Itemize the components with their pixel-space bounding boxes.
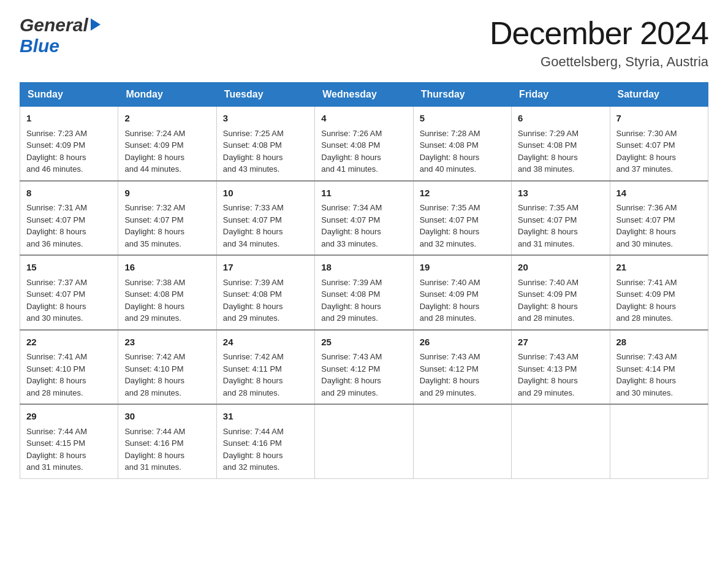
day-info: Sunrise: 7:40 AM Sunset: 4:09 PM Dayligh…	[518, 278, 578, 323]
column-header-monday: Monday	[118, 83, 216, 107]
day-number: 30	[124, 410, 210, 424]
column-header-saturday: Saturday	[610, 83, 708, 107]
day-info: Sunrise: 7:28 AM Sunset: 4:08 PM Dayligh…	[420, 129, 480, 174]
day-info: Sunrise: 7:42 AM Sunset: 4:10 PM Dayligh…	[124, 352, 185, 397]
day-info: Sunrise: 7:44 AM Sunset: 4:15 PM Dayligh…	[26, 427, 87, 472]
logo: General Blue	[20, 15, 100, 56]
day-number: 25	[321, 335, 406, 350]
calendar-cell	[610, 404, 708, 478]
calendar-cell: 22Sunrise: 7:41 AM Sunset: 4:10 PM Dayli…	[20, 330, 118, 405]
calendar-cell: 6Sunrise: 7:29 AM Sunset: 4:08 PM Daylig…	[512, 107, 610, 181]
calendar-cell: 11Sunrise: 7:34 AM Sunset: 4:07 PM Dayli…	[315, 181, 413, 256]
day-info: Sunrise: 7:34 AM Sunset: 4:07 PM Dayligh…	[321, 203, 382, 248]
day-info: Sunrise: 7:24 AM Sunset: 4:09 PM Dayligh…	[124, 129, 185, 174]
calendar-week-row: 8Sunrise: 7:31 AM Sunset: 4:07 PM Daylig…	[20, 181, 708, 256]
day-info: Sunrise: 7:43 AM Sunset: 4:12 PM Dayligh…	[321, 352, 382, 397]
day-number: 4	[321, 112, 406, 126]
day-info: Sunrise: 7:25 AM Sunset: 4:08 PM Dayligh…	[223, 129, 284, 174]
calendar-week-row: 29Sunrise: 7:44 AM Sunset: 4:15 PM Dayli…	[20, 404, 708, 478]
calendar-cell: 16Sunrise: 7:38 AM Sunset: 4:08 PM Dayli…	[118, 255, 216, 330]
calendar-cell: 13Sunrise: 7:35 AM Sunset: 4:07 PM Dayli…	[512, 181, 610, 256]
calendar-cell: 8Sunrise: 7:31 AM Sunset: 4:07 PM Daylig…	[20, 181, 118, 256]
day-info: Sunrise: 7:23 AM Sunset: 4:09 PM Dayligh…	[26, 129, 87, 174]
day-number: 7	[616, 112, 702, 126]
calendar-cell: 26Sunrise: 7:43 AM Sunset: 4:12 PM Dayli…	[413, 330, 511, 405]
day-number: 21	[616, 261, 702, 275]
day-info: Sunrise: 7:38 AM Sunset: 4:08 PM Dayligh…	[124, 278, 185, 323]
calendar-cell: 2Sunrise: 7:24 AM Sunset: 4:09 PM Daylig…	[118, 107, 216, 181]
calendar-cell: 20Sunrise: 7:40 AM Sunset: 4:09 PM Dayli…	[512, 255, 610, 330]
day-info: Sunrise: 7:41 AM Sunset: 4:09 PM Dayligh…	[616, 278, 677, 323]
logo-general-text: General	[20, 15, 88, 36]
calendar-cell: 28Sunrise: 7:43 AM Sunset: 4:14 PM Dayli…	[610, 330, 708, 405]
day-info: Sunrise: 7:39 AM Sunset: 4:08 PM Dayligh…	[321, 278, 382, 323]
calendar-cell: 4Sunrise: 7:26 AM Sunset: 4:08 PM Daylig…	[315, 107, 413, 181]
calendar-cell: 31Sunrise: 7:44 AM Sunset: 4:16 PM Dayli…	[216, 404, 314, 478]
calendar-cell: 21Sunrise: 7:41 AM Sunset: 4:09 PM Dayli…	[610, 255, 708, 330]
calendar-cell: 23Sunrise: 7:42 AM Sunset: 4:10 PM Dayli…	[118, 330, 216, 405]
day-number: 12	[420, 186, 505, 201]
day-info: Sunrise: 7:43 AM Sunset: 4:14 PM Dayligh…	[616, 352, 677, 397]
calendar-cell	[413, 404, 511, 478]
calendar-table: SundayMondayTuesdayWednesdayThursdayFrid…	[20, 82, 708, 479]
day-number: 3	[223, 112, 308, 126]
calendar-cell: 10Sunrise: 7:33 AM Sunset: 4:07 PM Dayli…	[216, 181, 314, 256]
day-info: Sunrise: 7:42 AM Sunset: 4:11 PM Dayligh…	[223, 352, 284, 397]
day-number: 11	[321, 186, 406, 201]
calendar-cell: 7Sunrise: 7:30 AM Sunset: 4:07 PM Daylig…	[610, 107, 708, 181]
day-info: Sunrise: 7:30 AM Sunset: 4:07 PM Dayligh…	[616, 129, 677, 174]
calendar-cell: 12Sunrise: 7:35 AM Sunset: 4:07 PM Dayli…	[413, 181, 511, 256]
column-header-tuesday: Tuesday	[216, 83, 314, 107]
day-number: 27	[518, 335, 603, 350]
day-info: Sunrise: 7:44 AM Sunset: 4:16 PM Dayligh…	[124, 427, 185, 472]
calendar-week-row: 15Sunrise: 7:37 AM Sunset: 4:07 PM Dayli…	[20, 255, 708, 330]
day-info: Sunrise: 7:43 AM Sunset: 4:13 PM Dayligh…	[518, 352, 578, 397]
location-subtitle: Goettelsberg, Styria, Austria	[490, 54, 708, 70]
day-number: 23	[124, 335, 210, 350]
day-info: Sunrise: 7:43 AM Sunset: 4:12 PM Dayligh…	[420, 352, 480, 397]
calendar-cell: 19Sunrise: 7:40 AM Sunset: 4:09 PM Dayli…	[413, 255, 511, 330]
day-info: Sunrise: 7:39 AM Sunset: 4:08 PM Dayligh…	[223, 278, 284, 323]
day-number: 22	[26, 335, 112, 350]
day-number: 29	[26, 410, 112, 424]
month-title: December 2024	[490, 15, 708, 52]
day-info: Sunrise: 7:31 AM Sunset: 4:07 PM Dayligh…	[26, 203, 87, 248]
calendar-cell: 18Sunrise: 7:39 AM Sunset: 4:08 PM Dayli…	[315, 255, 413, 330]
calendar-cell: 9Sunrise: 7:32 AM Sunset: 4:07 PM Daylig…	[118, 181, 216, 256]
day-number: 8	[26, 186, 112, 201]
column-header-wednesday: Wednesday	[315, 83, 413, 107]
day-number: 28	[616, 335, 702, 350]
column-header-friday: Friday	[512, 83, 610, 107]
day-number: 18	[321, 261, 406, 275]
day-number: 16	[124, 261, 210, 275]
calendar-cell: 3Sunrise: 7:25 AM Sunset: 4:08 PM Daylig…	[216, 107, 314, 181]
logo-blue-text: Blue	[20, 36, 59, 56]
day-info: Sunrise: 7:26 AM Sunset: 4:08 PM Dayligh…	[321, 129, 382, 174]
day-info: Sunrise: 7:40 AM Sunset: 4:09 PM Dayligh…	[420, 278, 480, 323]
day-number: 13	[518, 186, 603, 201]
day-number: 17	[223, 261, 308, 275]
day-number: 10	[223, 186, 308, 201]
day-number: 20	[518, 261, 603, 275]
page-header: General Blue December 2024 Goettelsberg,…	[20, 15, 708, 70]
day-number: 9	[124, 186, 210, 201]
day-number: 15	[26, 261, 112, 275]
calendar-week-row: 1Sunrise: 7:23 AM Sunset: 4:09 PM Daylig…	[20, 107, 708, 181]
day-number: 2	[124, 112, 210, 126]
day-info: Sunrise: 7:35 AM Sunset: 4:07 PM Dayligh…	[420, 203, 480, 248]
day-info: Sunrise: 7:37 AM Sunset: 4:07 PM Dayligh…	[26, 278, 87, 323]
day-number: 19	[420, 261, 505, 275]
calendar-cell: 1Sunrise: 7:23 AM Sunset: 4:09 PM Daylig…	[20, 107, 118, 181]
day-number: 14	[616, 186, 702, 201]
day-number: 1	[26, 112, 112, 126]
calendar-cell: 5Sunrise: 7:28 AM Sunset: 4:08 PM Daylig…	[413, 107, 511, 181]
logo-arrow-icon	[91, 18, 100, 31]
calendar-cell: 17Sunrise: 7:39 AM Sunset: 4:08 PM Dayli…	[216, 255, 314, 330]
day-number: 5	[420, 112, 505, 126]
column-header-thursday: Thursday	[413, 83, 511, 107]
calendar-cell: 14Sunrise: 7:36 AM Sunset: 4:07 PM Dayli…	[610, 181, 708, 256]
column-header-sunday: Sunday	[20, 83, 118, 107]
day-info: Sunrise: 7:32 AM Sunset: 4:07 PM Dayligh…	[124, 203, 185, 248]
calendar-cell: 27Sunrise: 7:43 AM Sunset: 4:13 PM Dayli…	[512, 330, 610, 405]
day-info: Sunrise: 7:36 AM Sunset: 4:07 PM Dayligh…	[616, 203, 677, 248]
